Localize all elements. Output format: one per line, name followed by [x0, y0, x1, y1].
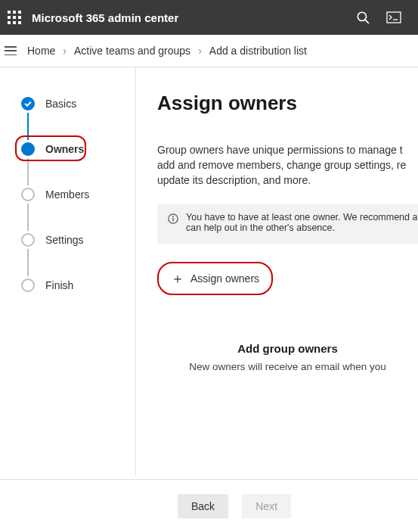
chevron-right-icon: › — [63, 45, 67, 57]
info-text: can help out in the other's absence. — [186, 222, 417, 233]
info-message: You have to have at least one owner. We … — [157, 204, 418, 244]
step-settings[interactable]: Settings — [21, 231, 135, 249]
breadcrumb-item-home[interactable]: Home — [27, 45, 55, 57]
wizard-steps: Basics Owners Members Settings Finish — [0, 67, 136, 475]
breadcrumb-item-groups[interactable]: Active teams and groups — [74, 45, 190, 57]
step-basics[interactable]: Basics — [21, 95, 135, 113]
back-button[interactable]: Back — [178, 494, 228, 518]
step-members[interactable]: Members — [21, 185, 135, 204]
app-launcher-icon[interactable] — [8, 11, 21, 24]
svg-line-1 — [365, 20, 369, 23]
highlight-circle — [15, 135, 86, 161]
step-label: Finish — [45, 279, 73, 291]
svg-rect-2 — [387, 12, 401, 23]
assign-owners-label: Assign owners — [190, 272, 259, 285]
next-button: Next — [242, 494, 291, 518]
step-finish[interactable]: Finish — [21, 276, 135, 294]
assign-owners-button[interactable]: ＋ Assign owners — [157, 262, 273, 295]
plus-icon: ＋ — [171, 269, 184, 288]
svg-point-0 — [358, 12, 366, 20]
footer-actions: Back Next — [0, 479, 418, 532]
shell-icon[interactable] — [386, 11, 401, 23]
breadcrumb: Home › Active teams and groups › Add a d… — [0, 35, 418, 67]
subheading: Add group owners — [157, 342, 418, 355]
topbar-title: Microsoft 365 admin center — [32, 11, 356, 24]
step-label: Members — [45, 188, 89, 201]
svg-point-5 — [172, 216, 174, 217]
topbar: Microsoft 365 admin center — [0, 0, 418, 35]
main-panel: Assign owners Group owners have unique p… — [136, 67, 418, 475]
chevron-right-icon: › — [198, 45, 202, 57]
content-area: Basics Owners Members Settings Finish As… — [0, 67, 418, 475]
check-icon — [24, 99, 31, 106]
page-title: Assign owners — [157, 92, 418, 115]
info-text: You have to have at least one owner. We … — [186, 212, 417, 222]
svg-rect-6 — [172, 218, 173, 222]
breadcrumb-item-add: Add a distribution list — [209, 45, 307, 57]
subtext: New owners will receive an email when yo… — [157, 361, 418, 372]
description-text: Group owners have unique permissions to … — [157, 142, 418, 188]
step-owners[interactable]: Owners — [21, 140, 135, 158]
info-icon — [168, 213, 178, 224]
hamburger-icon[interactable] — [5, 46, 17, 55]
step-label: Settings — [45, 234, 84, 246]
step-label: Basics — [45, 98, 76, 110]
search-icon[interactable] — [356, 11, 370, 24]
